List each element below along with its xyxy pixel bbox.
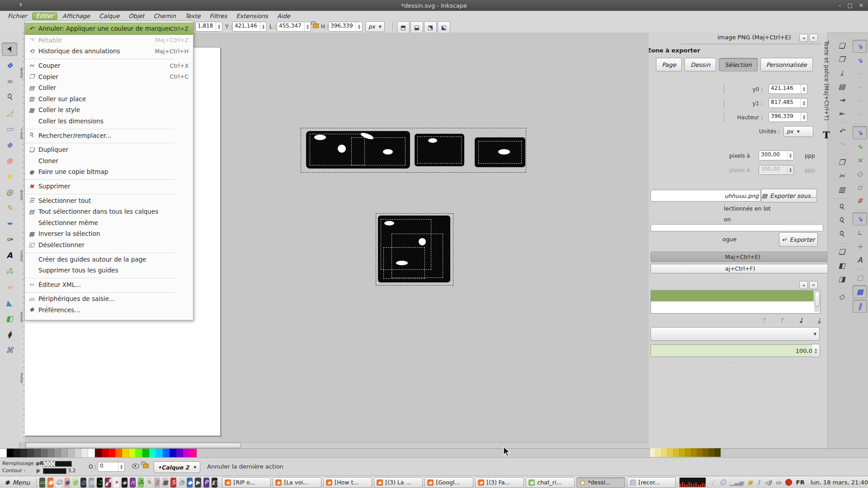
command-button[interactable]: ❏ [835, 246, 849, 258]
audio-spectrum-widget[interactable] [679, 478, 706, 487]
palette-swatch[interactable] [34, 449, 41, 457]
palette-swatch[interactable] [68, 449, 75, 457]
command-button[interactable] [835, 152, 849, 155]
tool-button[interactable]: ★ [2, 170, 17, 183]
palette-swatch[interactable] [81, 449, 88, 457]
tool-button[interactable]: ⧫ [2, 328, 17, 341]
panel-close-button[interactable]: ✕ [809, 281, 818, 289]
palette-swatch[interactable] [136, 449, 142, 457]
tray-icon[interactable]: ▁▃▅ [730, 479, 743, 486]
command-button[interactable]: ⚲ [835, 201, 849, 213]
raise-to-top-button[interactable]: ⬒ [397, 21, 410, 33]
snap-button[interactable]: ┄ [853, 95, 867, 107]
tool-button[interactable]: ➤ [2, 42, 17, 56]
spinner-arrows[interactable] [260, 22, 266, 31]
command-button[interactable] [835, 197, 849, 200]
close-button[interactable]: ✕ [859, 2, 863, 9]
menu-item[interactable] [25, 127, 193, 130]
snap-button[interactable]: ∿ [853, 141, 867, 153]
palette-swatch[interactable] [674, 448, 679, 457]
menu-item[interactable]: ↶ Annuler: Appliquer une couleur de marq… [25, 23, 193, 35]
tool-button[interactable]: ⚲ [2, 91, 17, 103]
palette-swatch[interactable] [14, 449, 20, 457]
tray-icon[interactable]: ▣ [747, 479, 753, 486]
palette-swatch[interactable] [703, 448, 709, 457]
palette-swatch[interactable] [662, 448, 668, 457]
tool-button[interactable]: A [2, 249, 17, 262]
menu-item[interactable]: ◱ Désélectionner [25, 239, 193, 251]
units-dropdown[interactable]: px [365, 21, 385, 32]
tool-button[interactable]: ✒ [2, 217, 17, 230]
app-launcher-icon[interactable]: ∩ [130, 478, 136, 488]
menubar-item[interactable]: Objet [124, 12, 148, 20]
app-launcher-icon[interactable]: ✎ [146, 478, 152, 488]
menubar-item[interactable]: Calque [95, 12, 123, 20]
y0-spinbox[interactable]: 421,146 [769, 84, 807, 94]
palette-swatch[interactable] [108, 449, 115, 457]
palette-swatch[interactable] [75, 449, 81, 457]
snap-button[interactable]: ┄ [853, 68, 867, 80]
current-layer-dropdown[interactable]: •Calque 2 [154, 461, 200, 473]
snap-button[interactable]: + [853, 240, 867, 253]
app-launcher-icon[interactable]: ☺ [56, 478, 62, 488]
menu-item[interactable]: Coller les dimensions [25, 116, 193, 127]
palette-swatch[interactable] [156, 449, 163, 457]
snap-button[interactable]: ▢ [853, 272, 867, 284]
menu-item[interactable] [25, 178, 193, 181]
taskbar-window-button[interactable]: ◉ [RIP o... [222, 477, 271, 488]
app-launcher-icon[interactable]: ▤ [89, 478, 94, 488]
tray-icon[interactable]: ◁) [764, 479, 771, 486]
spinner-arrows[interactable] [787, 151, 793, 160]
palette-swatch[interactable] [88, 449, 95, 457]
snap-button[interactable]: # [853, 195, 867, 207]
palette-swatch[interactable] [656, 448, 662, 457]
app-launcher-icon[interactable]: ◎ [72, 478, 78, 488]
snap-button[interactable]: A [853, 254, 867, 266]
palette-swatch[interactable] [20, 449, 27, 457]
layer-order-icon[interactable]: ↓ [798, 316, 804, 325]
menu-item[interactable]: ⟲ Historique des annulations Maj+Ctrl+H [25, 46, 193, 57]
app-launcher-icon[interactable]: ▞ [105, 478, 111, 488]
command-button[interactable]: ❒ [835, 53, 849, 66]
selected-layer-row[interactable] [651, 291, 814, 301]
tool-button[interactable]: ⌘ [2, 344, 17, 357]
menu-item[interactable] [25, 141, 193, 144]
tray-icon[interactable]: ⋮ [710, 479, 716, 486]
command-button[interactable]: ◨ [835, 273, 849, 285]
tool-button[interactable]: ▰ [2, 281, 17, 293]
palette-swatch[interactable] [27, 449, 34, 457]
palette-swatch[interactable] [685, 448, 691, 457]
palette-swatch[interactable] [183, 449, 190, 457]
tool-button[interactable]: ◆ [2, 138, 17, 151]
snap-button[interactable] [853, 208, 867, 211]
app-launcher-icon[interactable]: ▯ [154, 478, 160, 488]
snap-button[interactable]: ┄ [853, 108, 867, 121]
snap-button[interactable]: ⇘ [853, 212, 867, 225]
app-launcher-icon[interactable]: ◆ [187, 478, 193, 488]
command-button[interactable] [835, 286, 849, 289]
export-area-tab[interactable]: Page [656, 58, 682, 71]
menubar-item[interactable]: Filtres [206, 12, 231, 20]
scrollbar-thumb[interactable] [26, 443, 241, 448]
palette-swatch[interactable] [709, 448, 715, 457]
minimize-button[interactable]: – [839, 2, 841, 9]
maximize-button[interactable]: □ [848, 2, 853, 9]
palette-swatch[interactable] [697, 448, 703, 457]
lower-button[interactable]: ⬔ [424, 21, 437, 33]
menu-item[interactable]: ‹› Éditeur XML... [25, 279, 193, 290]
command-button[interactable]: ◇ [835, 291, 849, 303]
command-button[interactable]: ⇥ [835, 94, 849, 106]
menubar-item[interactable]: Chemin [149, 12, 180, 20]
palette-swatch[interactable] [102, 449, 108, 457]
palette-swatch[interactable] [129, 449, 136, 457]
y1-spinbox[interactable]: 817,485 [769, 98, 807, 108]
tool-button[interactable]: ❖ [2, 59, 17, 72]
menu-item[interactable]: Supprimer tous les guides [25, 265, 193, 276]
command-button[interactable]: ⇤ [835, 108, 849, 120]
bitmap-object[interactable] [415, 134, 464, 166]
taskbar-window-button[interactable]: ▢ [recor... [627, 477, 676, 488]
tray-icon[interactable]: ⓘ [720, 479, 726, 487]
layer-order-icon[interactable]: ↑ [778, 316, 784, 325]
tray-icon[interactable]: ᛒ [757, 479, 761, 486]
app-launcher-icon[interactable]: ◈ [122, 478, 127, 488]
